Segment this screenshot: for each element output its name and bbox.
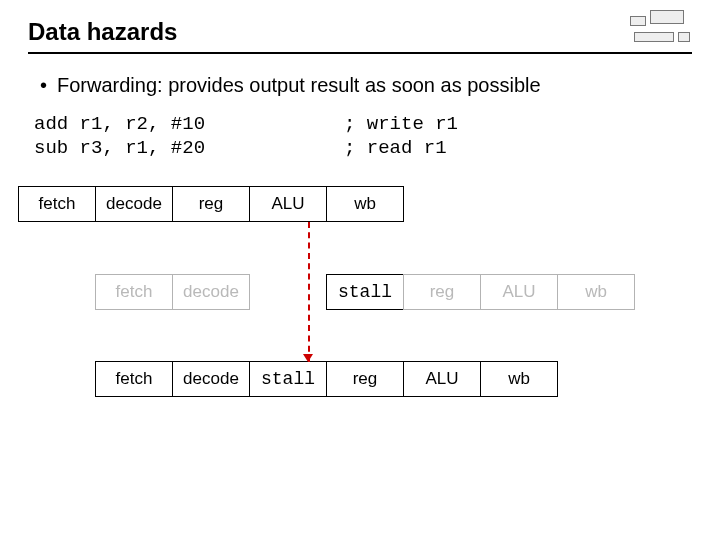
code-instr-1: sub r3, r1, #20 bbox=[34, 136, 344, 160]
pipeline-row-3: fetch decode stall reg ALU wb bbox=[95, 361, 558, 397]
code-block: add r1, r2, #10 ; write r1 sub r3, r1, #… bbox=[28, 112, 692, 160]
bullet-text: Forwarding: provides output result as so… bbox=[57, 72, 541, 98]
pipeline-row-1: fetch decode reg ALU wb bbox=[18, 186, 404, 222]
stage-stall: stall bbox=[326, 274, 404, 310]
bullet-dot-icon: • bbox=[40, 72, 47, 98]
stage-reg-faded: reg bbox=[403, 274, 481, 310]
pipeline-diagram: fetch decode reg ALU wb fetch decode sta… bbox=[28, 186, 692, 446]
stage-decode-faded: decode bbox=[172, 274, 250, 310]
code-comment-0: ; write r1 bbox=[344, 112, 458, 136]
pipeline-row-2-tail-faded: reg ALU wb bbox=[403, 274, 635, 310]
code-row: sub r3, r1, #20 ; read r1 bbox=[34, 136, 692, 160]
stage-reg: reg bbox=[326, 361, 404, 397]
stage-wb-faded: wb bbox=[557, 274, 635, 310]
stage-fetch: fetch bbox=[18, 186, 96, 222]
slide-title: Data hazards bbox=[28, 18, 692, 54]
stage-fetch: fetch bbox=[95, 361, 173, 397]
code-row: add r1, r2, #10 ; write r1 bbox=[34, 112, 692, 136]
code-comment-1: ; read r1 bbox=[344, 136, 447, 160]
forwarding-arrow-vertical bbox=[308, 222, 310, 362]
forwarding-arrow-head-icon bbox=[303, 354, 313, 362]
pipeline-row-2-faded: fetch decode bbox=[95, 274, 250, 310]
stage-wb: wb bbox=[326, 186, 404, 222]
code-instr-0: add r1, r2, #10 bbox=[34, 112, 344, 136]
stage-fetch-faded: fetch bbox=[95, 274, 173, 310]
corner-schematic-icon bbox=[630, 10, 694, 50]
stage-alu: ALU bbox=[249, 186, 327, 222]
stage-alu: ALU bbox=[403, 361, 481, 397]
pipeline-row-2-stall: stall bbox=[326, 274, 404, 310]
stage-reg: reg bbox=[172, 186, 250, 222]
stage-alu-faded: ALU bbox=[480, 274, 558, 310]
stage-wb: wb bbox=[480, 361, 558, 397]
stage-decode: decode bbox=[95, 186, 173, 222]
stage-decode: decode bbox=[172, 361, 250, 397]
bullet-item: • Forwarding: provides output result as … bbox=[28, 72, 692, 98]
stage-stall: stall bbox=[249, 361, 327, 397]
